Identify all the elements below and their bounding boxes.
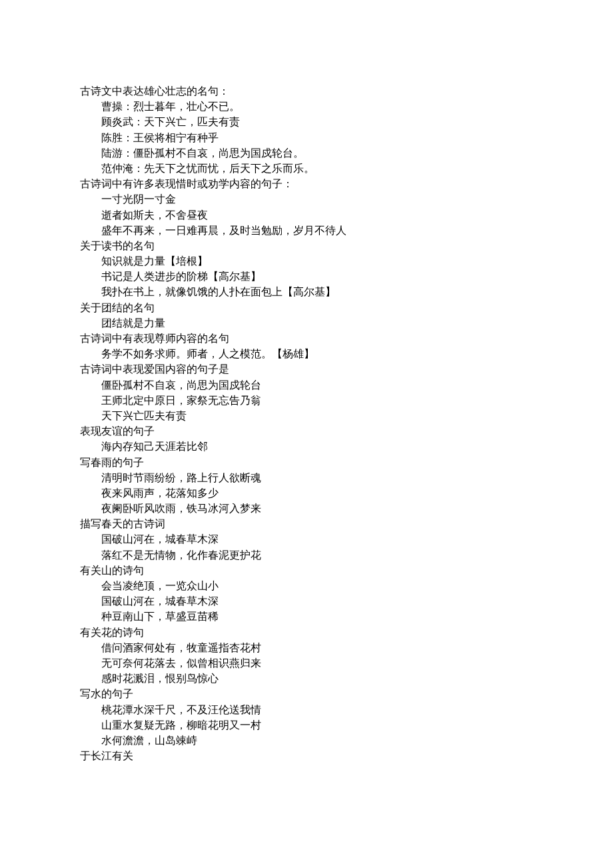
section-item: 感时花溅泪，恨别鸟惊心	[80, 671, 533, 686]
section-item: 山重水复疑无路，柳暗花明又一村	[80, 717, 533, 733]
section-item: 我扑在书上，就像饥饿的人扑在面包上【高尔基】	[80, 284, 533, 299]
section-heading: 有关花的诗句	[80, 625, 533, 640]
section-item: 天下兴亡匹夫有责	[80, 408, 533, 423]
section-item: 水何澹澹，山岛竦峙	[80, 733, 533, 748]
section-heading: 表现友谊的句子	[80, 423, 533, 439]
section-9: 有关山的诗句 会当凌绝顶，一览众山小 国破山河在，城春草木深 种豆南山下，草盛豆…	[80, 563, 533, 625]
section-item: 王师北定中原日，家祭无忘告乃翁	[80, 393, 533, 408]
section-heading: 写春雨的句子	[80, 455, 533, 470]
section-11: 写水的句子 桃花潭水深千尺，不及汪伦送我情 山重水复疑无路，柳暗花明又一村 水何…	[80, 686, 533, 748]
section-7: 写春雨的句子 清明时节雨纷纷，路上行人欲断魂 夜来风雨声，花落知多少 夜阑卧听风…	[80, 455, 533, 517]
section-heading: 关于读书的名句	[80, 238, 533, 253]
section-8: 描写春天的古诗词 国破山河在，城春草木深 落红不是无情物，化作春泥更护花	[80, 516, 533, 563]
section-item: 无可奈何花落去，似曾相识燕归来	[80, 655, 533, 671]
section-item: 知识就是力量【培根】	[80, 253, 533, 269]
section-item: 书记是人类进步的阶梯【高尔基】	[80, 269, 533, 284]
section-0: 古诗文中表达雄心壮志的名句： 曹操：烈士暮年，壮心不已。 顾炎武：天下兴亡，匹夫…	[80, 83, 533, 176]
section-item: 国破山河在，城春草木深	[80, 593, 533, 609]
section-heading: 写水的句子	[80, 686, 533, 701]
section-6: 表现友谊的句子 海内存知己天涯若比邻	[80, 423, 533, 454]
section-10: 有关花的诗句 借问酒家何处有，牧童遥指杏花村 无可奈何花落去，似曾相识燕归来 感…	[80, 625, 533, 687]
section-item: 国破山河在，城春草木深	[80, 531, 533, 547]
section-item: 逝者如斯夫，不舍昼夜	[80, 207, 533, 223]
section-item: 务学不如务求师。师者，人之模范。【杨雄】	[80, 346, 533, 361]
section-heading: 描写春天的古诗词	[80, 516, 533, 531]
section-item: 落红不是无情物，化作春泥更护花	[80, 547, 533, 563]
section-3: 关于团结的名句 团结就是力量	[80, 300, 533, 331]
section-heading: 关于团结的名句	[80, 300, 533, 315]
section-5: 古诗词中表现爱国内容的句子是 僵卧孤村不自哀，尚思为国戍轮台 王师北定中原日，家…	[80, 361, 533, 423]
section-item: 陈胜：王侯将相宁有种乎	[80, 130, 533, 145]
section-item: 夜来风雨声，花落知多少	[80, 485, 533, 501]
section-heading: 古诗词中有表现尊师内容的名句	[80, 331, 533, 346]
section-1: 古诗词中有许多表现惜时或劝学内容的句子： 一寸光阴一寸金 逝者如斯夫，不舍昼夜 …	[80, 176, 533, 238]
document-page: 古诗文中表达雄心壮志的名句： 曹操：烈士暮年，壮心不已。 顾炎武：天下兴亡，匹夫…	[0, 0, 613, 868]
section-item: 桃花潭水深千尺，不及汪伦送我情	[80, 702, 533, 717]
section-item: 海内存知己天涯若比邻	[80, 439, 533, 454]
section-heading: 于长江有关	[80, 748, 533, 763]
section-12: 于长江有关	[80, 748, 533, 763]
section-item: 一寸光阴一寸金	[80, 191, 533, 207]
section-item: 种豆南山下，草盛豆苗稀	[80, 609, 533, 624]
section-item: 清明时节雨纷纷，路上行人欲断魂	[80, 470, 533, 485]
section-item: 曹操：烈士暮年，壮心不已。	[80, 99, 533, 114]
section-item: 夜阑卧听风吹雨，铁马冰河入梦来	[80, 501, 533, 516]
section-heading: 古诗文中表达雄心壮志的名句：	[80, 83, 533, 99]
section-heading: 有关山的诗句	[80, 563, 533, 578]
section-item: 顾炎武：天下兴亡，匹夫有责	[80, 114, 533, 129]
section-item: 会当凌绝顶，一览众山小	[80, 578, 533, 593]
section-item: 借问酒家何处有，牧童遥指杏花村	[80, 640, 533, 655]
section-item: 范仲淹：先天下之忧而忧，后天下之乐而乐。	[80, 161, 533, 176]
section-4: 古诗词中有表现尊师内容的名句 务学不如务求师。师者，人之模范。【杨雄】	[80, 331, 533, 361]
section-item: 陆游：僵卧孤村不自哀，尚思为国戍轮台。	[80, 145, 533, 161]
section-2: 关于读书的名句 知识就是力量【培根】 书记是人类进步的阶梯【高尔基】 我扑在书上…	[80, 238, 533, 300]
section-item: 盛年不再来，一日难再晨，及时当勉励，岁月不待人	[80, 223, 533, 238]
section-item: 团结就是力量	[80, 315, 533, 331]
section-item: 僵卧孤村不自哀，尚思为国戍轮台	[80, 377, 533, 393]
section-heading: 古诗词中表现爱国内容的句子是	[80, 361, 533, 377]
section-heading: 古诗词中有许多表现惜时或劝学内容的句子：	[80, 176, 533, 191]
